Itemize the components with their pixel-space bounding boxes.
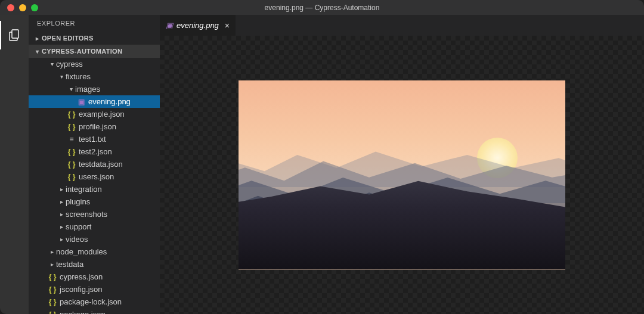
tabs-bar: ▣ evening.png ×: [160, 15, 644, 36]
image-preview: [239, 80, 565, 270]
tree-label: profile.json: [79, 122, 116, 131]
window-controls: [0, 4, 38, 11]
chevron-right-icon: ▸: [48, 261, 56, 268]
folder-plugins[interactable]: ▸ plugins: [29, 195, 160, 208]
minimize-window-button[interactable]: [19, 4, 26, 11]
chevron-down-icon: ▾: [33, 48, 42, 55]
tree-label: cypress.json: [60, 272, 103, 281]
image-viewer[interactable]: [160, 36, 644, 314]
file-profile-json[interactable]: { } profile.json: [29, 120, 160, 133]
json-file-icon: { }: [67, 173, 76, 181]
close-window-button[interactable]: [7, 4, 14, 11]
close-tab-icon[interactable]: ×: [225, 21, 230, 30]
folder-integration[interactable]: ▸ integration: [29, 183, 160, 195]
file-test1-txt[interactable]: ≡ test1.txt: [29, 133, 160, 145]
tree-label: screenshots: [66, 210, 107, 219]
image-file-icon: ▣: [166, 21, 173, 30]
folder-images[interactable]: ▾ images: [29, 83, 160, 95]
chevron-down-icon: ▾: [48, 61, 56, 67]
image-file-icon: ▣: [76, 98, 86, 106]
tree-label: testdata.json: [79, 160, 123, 169]
file-testdata-json[interactable]: { } testdata.json: [29, 158, 160, 170]
folder-node-modules[interactable]: ▸ node_modules: [29, 245, 160, 258]
folder-videos[interactable]: ▸ videos: [29, 233, 160, 245]
tree-label: jsconfig.json: [60, 285, 103, 294]
chevron-right-icon: ▸: [57, 186, 66, 192]
json-file-icon: { }: [48, 298, 57, 306]
json-file-icon: { }: [67, 160, 76, 169]
file-example-json[interactable]: { } example.json: [29, 108, 160, 120]
text-file-icon: ≡: [67, 135, 76, 144]
tree-label: node_modules: [56, 247, 107, 256]
json-file-icon: { }: [67, 110, 76, 119]
tree-label: plugins: [66, 197, 90, 206]
file-test2-json[interactable]: { } test2.json: [29, 145, 160, 158]
file-cypress-json[interactable]: { } cypress.json: [29, 271, 160, 283]
tab-label: evening.png: [177, 21, 219, 30]
chevron-right-icon: ▸: [57, 211, 66, 217]
file-package-json[interactable]: { } package.json: [29, 308, 160, 314]
tree-label: package.json: [60, 310, 106, 314]
tree-label: users.json: [79, 172, 114, 181]
file-evening-png[interactable]: ▣ evening.png: [29, 95, 160, 108]
json-file-icon: { }: [67, 148, 76, 156]
explorer-sidebar: EXPLORER ▸ OPEN EDITORS ▾ CYPRESS-AUTOMA…: [29, 15, 160, 314]
section-open-editors[interactable]: ▸ OPEN EDITORS: [29, 32, 160, 45]
tab-evening-png[interactable]: ▣ evening.png ×: [160, 15, 236, 36]
json-file-icon: { }: [48, 273, 57, 281]
tree-label: cypress: [56, 60, 83, 69]
tree-label: images: [75, 85, 100, 94]
section-label: CYPRESS-AUTOMATION: [42, 48, 122, 55]
tree-label: example.json: [79, 110, 125, 119]
json-file-icon: { }: [48, 285, 57, 294]
tree-label: test2.json: [79, 147, 112, 156]
file-jsconfig-json[interactable]: { } jsconfig.json: [29, 283, 160, 296]
folder-cypress[interactable]: ▾ cypress: [29, 58, 160, 70]
activity-bar: [0, 15, 29, 314]
chevron-right-icon: ▸: [57, 236, 66, 243]
file-users-json[interactable]: { } users.json: [29, 170, 160, 183]
section-label: OPEN EDITORS: [42, 35, 94, 42]
titlebar: evening.png — Cypress-Automation: [0, 0, 644, 15]
section-project[interactable]: ▾ CYPRESS-AUTOMATION: [29, 45, 160, 58]
folder-screenshots[interactable]: ▸ screenshots: [29, 208, 160, 220]
folder-fixtures[interactable]: ▾ fixtures: [29, 70, 160, 83]
file-package-lock-json[interactable]: { } package-lock.json: [29, 296, 160, 308]
svg-rect-0: [12, 30, 18, 38]
chevron-right-icon: ▸: [33, 35, 42, 42]
chevron-down-icon: ▾: [57, 73, 66, 80]
folder-support[interactable]: ▸ support: [29, 220, 160, 233]
chevron-down-icon: ▾: [67, 86, 75, 92]
chevron-right-icon: ▸: [57, 223, 66, 230]
maximize-window-button[interactable]: [31, 4, 38, 11]
tree-label: videos: [66, 235, 88, 244]
tree-label: fixtures: [66, 72, 91, 81]
folder-testdata[interactable]: ▸ testdata: [29, 258, 160, 271]
chevron-right-icon: ▸: [57, 198, 66, 205]
chevron-right-icon: ▸: [48, 248, 56, 255]
tree-label: support: [66, 222, 91, 231]
files-icon: [8, 28, 22, 42]
tree-label: testdata: [56, 260, 83, 269]
explorer-activity-icon[interactable]: [0, 21, 29, 49]
json-file-icon: { }: [48, 310, 57, 315]
tree-label: integration: [66, 185, 102, 194]
tree-label: test1.txt: [79, 135, 106, 144]
window-title: evening.png — Cypress-Automation: [265, 4, 380, 12]
json-file-icon: { }: [67, 123, 76, 131]
sidebar-title: EXPLORER: [29, 15, 160, 32]
editor-area: ▣ evening.png ×: [160, 15, 644, 314]
tree-label: package-lock.json: [60, 297, 122, 306]
tree-label: evening.png: [88, 97, 131, 106]
